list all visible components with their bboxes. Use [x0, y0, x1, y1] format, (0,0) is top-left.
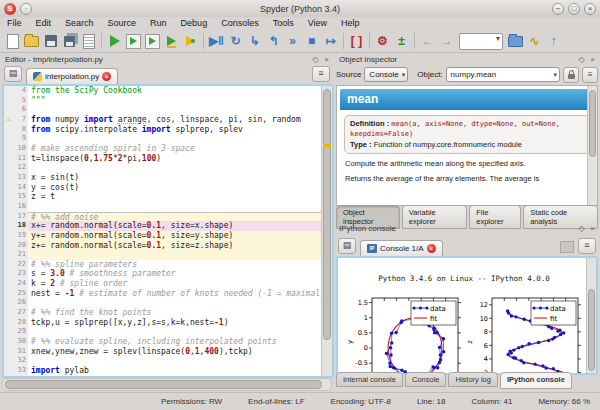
editor-options-icon[interactable]: ≡: [312, 66, 330, 82]
code-line: 4from the SciPy Cookbook: [4, 86, 322, 96]
new-console-icon[interactable]: [560, 241, 574, 253]
inspector-scrollbar[interactable]: [587, 86, 597, 205]
svg-text:0: 0: [364, 344, 368, 352]
svg-text:4: 4: [484, 355, 488, 363]
editor-horizontal-scrollbar[interactable]: [2, 378, 332, 391]
code-line: 12: [4, 163, 322, 173]
run-cell-button-icon[interactable]: [124, 32, 143, 51]
inspector-close-icon[interactable]: ×: [587, 55, 598, 64]
object-combo[interactable]: numpy.mean▾: [446, 67, 560, 82]
maximize-pane-button-icon[interactable]: [ ]: [347, 32, 366, 51]
menu-edit[interactable]: Edit: [29, 17, 59, 30]
menu-search[interactable]: Search: [58, 17, 101, 30]
spyder-window: S · Spyder (Python 3.4) − □ × FileEditSe…: [0, 0, 600, 410]
run-selection-button-icon[interactable]: [162, 32, 181, 51]
menu-run[interactable]: Run: [143, 17, 174, 30]
code-line: 10# make ascending spiral in 3-space: [4, 144, 322, 154]
forward-button-icon[interactable]: →: [437, 32, 456, 51]
tab-history-log[interactable]: History log: [448, 372, 497, 387]
lock-button[interactable]: [563, 67, 579, 83]
code-editor[interactable]: 4from the SciPy Cookbook5"""6⚠7from nump…: [2, 84, 334, 378]
chevron-down-icon: ▾: [553, 71, 557, 79]
console-banner: Python 3.4.6 on Linux -- IPython 4.0.0: [378, 274, 550, 283]
window-menu-button[interactable]: ·: [20, 3, 32, 15]
menu-consoles[interactable]: Consoles: [214, 17, 266, 30]
new-file-button-icon[interactable]: [3, 32, 22, 51]
menu-help[interactable]: Help: [334, 17, 367, 30]
ipython-console[interactable]: Python 3.4.6 on Linux -- IPython 4.0.0 I…: [336, 256, 598, 375]
status-permissions: Permissions: RW: [161, 397, 222, 406]
back-button-icon[interactable]: ←: [418, 32, 437, 51]
code-line: 16: [4, 202, 322, 212]
code-line: 9: [4, 134, 322, 144]
main-toolbar: ▶‖↻↳↰»■↦[ ]⚙±←→∿↑: [0, 30, 600, 53]
console-scrollbar[interactable]: [586, 258, 596, 373]
debug-restart-button-icon[interactable]: ↻: [226, 32, 245, 51]
set-console-directory-button-icon[interactable]: ∿: [525, 32, 544, 51]
exit-debug-button-icon[interactable]: ↦: [321, 32, 340, 51]
source-combo[interactable]: Console▾: [364, 67, 408, 82]
status-memory: Memory: 66 %: [538, 397, 590, 406]
console-browse-tabs-button[interactable]: ▤: [338, 238, 356, 254]
svg-text:y: y: [346, 340, 354, 344]
step-into-button-icon[interactable]: ↳: [245, 32, 264, 51]
run-cell-advance-button-icon[interactable]: [143, 32, 162, 51]
toolbar-separator: [369, 33, 370, 49]
code-line: 24k = 2 # spline order: [4, 279, 322, 289]
tools-button-icon[interactable]: ⚙: [373, 32, 392, 51]
console-tab-label: Console 1/A: [380, 244, 424, 253]
code-line: 5""": [4, 96, 322, 106]
browse-directory-button-icon[interactable]: [506, 32, 525, 51]
code-line: 32: [4, 356, 322, 366]
editor-file-tab[interactable]: interpolation.py ×: [26, 68, 118, 84]
step-return-button-icon[interactable]: ↰: [264, 32, 283, 51]
close-button[interactable]: ×: [584, 3, 596, 15]
matplotlib-inline-figure: 1.510.50-0.5-1ydatafit12108642zdatafit: [344, 292, 590, 373]
save-button-icon[interactable]: [41, 32, 60, 51]
stop-debug-button-icon[interactable]: ■: [302, 32, 321, 51]
definition-box: Definition : mean(a, axis=None, dtype=No…: [344, 115, 590, 154]
inspector-options-icon[interactable]: ≡: [582, 67, 598, 83]
warning-icon: ⚠: [4, 115, 13, 125]
console-pane-title: IPython console: [336, 224, 576, 233]
continue-execution-button-icon[interactable]: »: [283, 32, 302, 51]
tab-internal-console[interactable]: Internal console: [336, 372, 403, 387]
toolbar-separator: [101, 33, 102, 49]
editor-vertical-scrollbar[interactable]: [321, 86, 332, 376]
menu-debug[interactable]: Debug: [174, 17, 215, 30]
menu-tools[interactable]: Tools: [266, 17, 301, 30]
python-path-manager-button-icon[interactable]: ±: [392, 32, 411, 51]
print-button-icon[interactable]: [79, 32, 98, 51]
debug-file-button-icon[interactable]: [181, 32, 200, 51]
menu-file[interactable]: File: [0, 17, 29, 30]
title-bar[interactable]: S · Spyder (Python 3.4) − □ ×: [0, 0, 600, 18]
parent-directory-button-icon[interactable]: ↑: [544, 32, 563, 51]
open-file-button-icon[interactable]: [22, 32, 41, 51]
working-directory-combo[interactable]: [459, 33, 503, 50]
tab-ipython-console[interactable]: IPython console: [500, 372, 572, 389]
menu-view[interactable]: View: [301, 17, 334, 30]
run-file-button-icon[interactable]: [105, 32, 124, 51]
svg-text:8: 8: [484, 328, 488, 336]
code-line: 28tckp,u = splprep([x,y,z],s=s,k=k,nest=…: [4, 318, 322, 328]
console-tab[interactable]: IP Console 1/A ×: [360, 240, 443, 256]
menu-source[interactable]: Source: [101, 17, 144, 30]
lock-icon: [568, 74, 575, 79]
tab-console[interactable]: Console: [405, 372, 447, 387]
debug-continue-button-icon[interactable]: ▶‖: [207, 32, 226, 51]
window-title: Spyder (Python 3.4): [0, 4, 600, 14]
editor-undock-icon[interactable]: ◇: [310, 55, 321, 64]
save-all-button-icon[interactable]: [60, 32, 79, 51]
maximize-button[interactable]: □: [568, 3, 580, 15]
editor-close-icon[interactable]: ×: [321, 55, 332, 64]
doc-paragraph: Returns the average of the array element…: [345, 174, 589, 184]
console-undock-icon[interactable]: ◇: [576, 224, 587, 233]
console-close-icon[interactable]: ×: [587, 224, 598, 233]
tab-close-icon[interactable]: ×: [102, 72, 111, 81]
code-line: 20z+= random.normal(scale=0.1, size=z.sh…: [4, 241, 322, 251]
console-tab-close-icon[interactable]: ×: [427, 244, 436, 253]
browse-tabs-button[interactable]: ▤: [4, 66, 22, 82]
minimize-button[interactable]: −: [552, 3, 564, 15]
console-options-icon[interactable]: ≡: [578, 238, 596, 254]
inspector-undock-icon[interactable]: ◇: [576, 55, 587, 64]
